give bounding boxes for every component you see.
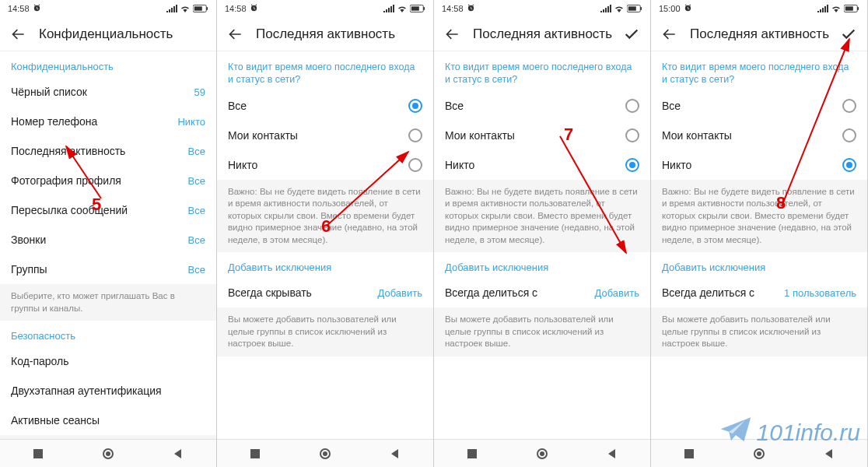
exceptions-header: Добавить исключения [217,252,433,278]
row-always-share[interactable]: Всегда делиться с 1 пользователь [651,278,867,307]
nav-home[interactable] [509,447,574,461]
option-contacts[interactable]: Мои контакты [217,121,433,150]
status-bar: 14:58 [434,0,650,17]
exceptions-help: Вы можете добавить пользователей или цел… [651,307,867,356]
nav-recent[interactable] [439,448,504,460]
back-icon[interactable] [660,25,679,44]
row-groups[interactable]: Группы Все [0,255,216,284]
question-text: Кто видит время моего последнего входа и… [434,51,650,91]
app-bar: Конфиденциальность [0,17,216,51]
android-nav [434,439,650,467]
option-label: Мои контакты [662,129,732,142]
row-label: Фотография профиля [11,174,121,187]
svg-rect-14 [628,6,636,10]
question-text: Кто видит время моего последнего входа и… [217,51,433,91]
nav-recent[interactable] [5,448,70,460]
option-nobody[interactable]: Никто [217,150,433,180]
svg-point-5 [106,451,110,456]
exceptions-header: Добавить исключения [651,252,867,278]
radio-icon [408,158,422,172]
nav-recent[interactable] [222,448,287,460]
row-sessions[interactable]: Активные сеансы [0,406,216,435]
row-label: Последняя активность [11,145,125,157]
option-contacts[interactable]: Мои контакты [434,121,650,150]
option-contacts[interactable]: Мои контакты [651,121,867,150]
alarm-icon [250,4,258,14]
exceptions-header: Добавить исключения [434,252,650,278]
question-text: Кто видит время моего последнего входа и… [651,51,867,91]
battery-icon [844,5,859,12]
battery-icon [193,5,208,12]
radio-icon [842,128,856,142]
radio-icon [625,99,639,113]
option-everybody[interactable]: Все [651,91,867,121]
option-label: Мои контакты [228,129,298,142]
screen-last-seen-nobody: 14:58 Последняя активность Кто видит вре… [434,0,651,467]
option-everybody[interactable]: Все [434,91,650,121]
row-value: Никто [177,116,205,128]
confirm-check-icon[interactable] [622,25,641,44]
row-blacklist[interactable]: Чёрный список 59 [0,77,216,107]
nav-back[interactable] [363,448,428,460]
status-bar: 14:58 [217,0,433,17]
svg-rect-13 [640,7,642,10]
row-always-hide[interactable]: Всегда скрывать Добавить [217,278,433,307]
option-nobody[interactable]: Никто [434,150,650,180]
confirm-check-icon[interactable] [839,25,858,44]
option-nobody[interactable]: Никто [651,150,867,180]
option-everybody[interactable]: Все [217,91,433,121]
nav-home[interactable] [726,447,791,461]
wifi-icon [180,5,191,12]
row-label: Звонки [11,234,46,246]
svg-rect-20 [845,6,853,10]
svg-rect-8 [411,6,419,10]
row-value: Добавить [595,287,639,299]
svg-rect-7 [423,7,425,10]
row-last-seen[interactable]: Последняя активность Все [0,136,216,166]
nav-recent[interactable] [656,448,721,460]
nav-back[interactable] [146,448,211,460]
row-value: Все [188,175,205,187]
row-passcode[interactable]: Код-пароль [0,346,216,376]
svg-point-23 [757,451,761,456]
signal-icon [817,5,828,12]
svg-rect-2 [194,6,202,10]
row-label: Группы [11,263,47,276]
row-forward[interactable]: Пересылка сообщений Все [0,195,216,225]
row-always-share[interactable]: Всегда делиться с Добавить [434,278,650,307]
row-value: 59 [194,86,205,98]
app-bar: Последняя активность [651,17,867,51]
alarm-icon [684,4,692,14]
row-profile-photo[interactable]: Фотография профиля Все [0,166,216,195]
alarm-icon [33,4,41,14]
page-title: Последняя активность [690,26,839,42]
exceptions-help: Вы можете добавить пользователей или цел… [434,307,650,356]
row-label: Код-пароль [11,355,69,367]
nav-back[interactable] [797,448,862,460]
back-icon[interactable] [226,25,245,44]
row-label: Чёрный список [11,86,87,98]
row-label: Всегда делиться с [662,286,754,299]
option-label: Никто [662,159,691,171]
svg-rect-3 [33,449,43,458]
svg-rect-15 [467,449,477,458]
option-label: Никто [228,159,257,171]
back-icon[interactable] [443,25,462,44]
status-time: 15:00 [659,4,681,13]
back-icon[interactable] [9,25,28,44]
nav-home[interactable] [292,447,357,461]
nav-back[interactable] [580,448,645,460]
row-phone[interactable]: Номер телефона Никто [0,107,216,136]
row-value: Все [188,264,205,276]
android-nav [217,439,433,467]
option-label: Никто [445,159,474,171]
option-label: Мои контакты [445,129,515,142]
page-title: Конфиденциальность [39,26,207,42]
row-calls[interactable]: Звонки Все [0,225,216,255]
row-value: 1 пользователь [784,287,856,299]
android-nav [651,439,867,467]
status-time: 14:58 [225,4,247,13]
row-two-step[interactable]: Двухэтапная аутентификация [0,376,216,406]
row-label: Пересылка сообщений [11,204,128,216]
nav-home[interactable] [75,447,140,461]
